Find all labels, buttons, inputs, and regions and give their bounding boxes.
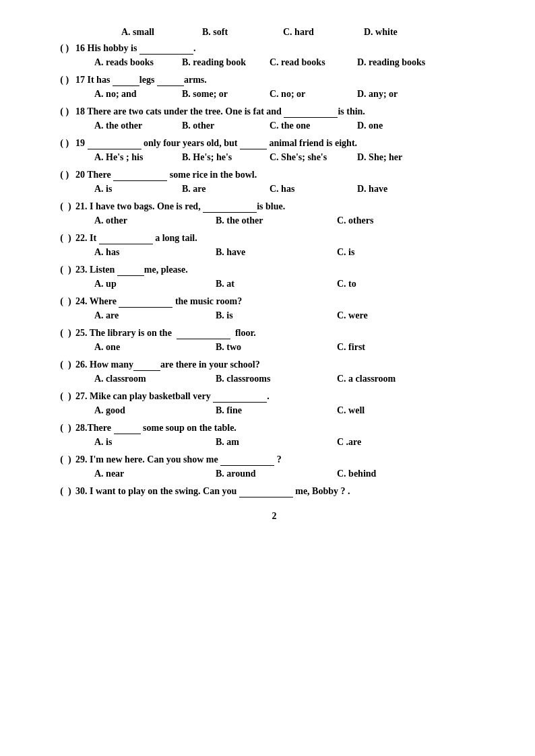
paren-close-20: ) xyxy=(63,170,75,180)
q19-options: A. He's ; his B. He's; he's C. She's; sh… xyxy=(54,152,495,163)
q19-text: 19 only four years old, but animal frien… xyxy=(75,138,495,149)
q28-opt-c: C .are xyxy=(337,437,458,448)
q26-opt-b: B. classrooms xyxy=(216,374,337,384)
question-21: ( ) 21. I have two bags. One is red, is … xyxy=(54,201,495,226)
q18-blank xyxy=(284,106,338,118)
q24-opt-c: C. were xyxy=(337,310,458,321)
question-19: ( ) 19 only four years old, but animal f… xyxy=(54,138,495,163)
q21-opt-a: A. other xyxy=(94,215,216,226)
paren-close-16: ) xyxy=(63,43,75,54)
q19-opt-d: D. She; her xyxy=(357,152,445,163)
q23-blank xyxy=(117,265,144,276)
q21-options: A. other B. the other C. others xyxy=(54,215,495,226)
q23-text: 23. Listen me, please. xyxy=(75,265,495,276)
q23-opt-c: C. to xyxy=(337,279,458,289)
q24-text: 24. Where the music room? xyxy=(75,296,495,308)
paren-close-27: ) xyxy=(63,391,75,402)
q25-blank xyxy=(177,328,230,339)
q20-opt-d: D. have xyxy=(357,184,445,195)
option-d-white: D. white xyxy=(364,27,424,38)
q21-opt-b: B. the other xyxy=(216,215,337,226)
q21-opt-c: C. others xyxy=(337,215,458,226)
q29-opt-a: A. near xyxy=(94,469,216,479)
q22-blank xyxy=(99,233,153,244)
q24-opt-b: B. is xyxy=(216,310,337,321)
q21-text: 21. I have two bags. One is red, is blue… xyxy=(75,201,495,213)
top-options-row: A. small B. soft C. hard D. white xyxy=(54,27,495,38)
question-27: ( ) 27. Mike can play basketball very . … xyxy=(54,391,495,416)
q29-blank xyxy=(220,454,274,466)
q16-opt-b: B. reading book xyxy=(182,57,270,68)
q23-opt-a: A. up xyxy=(94,279,216,289)
question-23: ( ) 23. Listen me, please. A. up B. at C… xyxy=(54,265,495,289)
paren-close-24: ) xyxy=(63,296,75,307)
paren-open-23: ( xyxy=(54,265,63,275)
q29-opt-c: C. behind xyxy=(337,469,458,479)
paren-open-16: ( xyxy=(54,43,63,54)
q25-opt-b: B. two xyxy=(216,342,337,353)
q18-opt-c: C. the one xyxy=(270,121,357,131)
q20-opt-c: C. has xyxy=(270,184,357,195)
q28-opt-a: A. is xyxy=(94,437,216,448)
q19-blank1 xyxy=(88,138,141,149)
q25-opt-a: A. one xyxy=(94,342,216,353)
paren-close-25: ) xyxy=(63,328,75,339)
paren-open-18: ( xyxy=(54,106,63,117)
q17-options: A. no; and B. some; or C. no; or D. any;… xyxy=(54,89,495,100)
q28-opt-b: B. am xyxy=(216,437,337,448)
q25-options: A. one B. two C. first xyxy=(54,342,495,353)
q27-opt-a: A. good xyxy=(94,405,216,416)
question-25: ( ) 25. The library is on the floor. A. … xyxy=(54,328,495,353)
q26-options: A. classroom B. classrooms C. a classroo… xyxy=(54,374,495,384)
q23-opt-b: B. at xyxy=(216,279,337,289)
q27-opt-b: B. fine xyxy=(216,405,337,416)
q27-options: A. good B. fine C. well xyxy=(54,405,495,416)
q24-opt-a: A. are xyxy=(94,310,216,321)
paren-open-22: ( xyxy=(54,233,63,244)
q27-blank xyxy=(213,391,267,403)
q18-opt-d: D. one xyxy=(357,121,445,131)
paren-open-25: ( xyxy=(54,328,63,339)
q30-text: 30. I want to play on the swing. Can you… xyxy=(75,486,495,497)
q20-opt-a: A. is xyxy=(94,184,182,195)
q19-opt-a: A. He's ; his xyxy=(94,152,182,163)
q18-opt-b: B. other xyxy=(182,121,270,131)
page-number: 2 xyxy=(54,511,495,522)
q26-opt-a: A. classroom xyxy=(94,374,216,384)
q17-opt-d: D. any; or xyxy=(357,89,445,100)
paren-close-23: ) xyxy=(63,265,75,275)
question-28: ( ) 28.There some soup on the table. A. … xyxy=(54,423,495,448)
q26-text: 26. How many are there in your school? xyxy=(75,359,495,371)
q30-blank xyxy=(239,486,293,497)
q24-blank xyxy=(119,296,172,308)
option-b-soft: B. soft xyxy=(202,27,263,38)
q19-blank2 xyxy=(240,138,267,149)
question-18: ( ) 18 There are two cats under the tree… xyxy=(54,106,495,131)
paren-close-28: ) xyxy=(63,423,75,434)
q18-options: A. the other B. other C. the one D. one xyxy=(54,121,495,131)
q19-opt-c: C. She's; she's xyxy=(270,152,357,163)
q20-text: 20 There some rice in the bowl. xyxy=(75,170,495,181)
q24-options: A. are B. is C. were xyxy=(54,310,495,321)
q16-blank xyxy=(139,43,193,55)
q28-options: A. is B. am C .are xyxy=(54,437,495,448)
q20-blank xyxy=(113,170,167,181)
q22-text: 22. It a long tail. xyxy=(75,233,495,244)
q16-opt-c: C. read books xyxy=(270,57,357,68)
q29-options: A. near B. around C. behind xyxy=(54,469,495,479)
q25-text: 25. The library is on the floor. xyxy=(75,328,495,339)
paren-close-18: ) xyxy=(63,106,75,117)
paren-close-22: ) xyxy=(63,233,75,244)
paren-close-29: ) xyxy=(63,454,75,465)
option-c-hard: C. hard xyxy=(283,27,344,38)
q26-opt-c: C. a classroom xyxy=(337,374,458,384)
q17-blank1 xyxy=(113,75,139,86)
paren-open-21: ( xyxy=(54,201,63,212)
q29-opt-b: B. around xyxy=(216,469,337,479)
q17-opt-a: A. no; and xyxy=(94,89,182,100)
question-26: ( ) 26. How many are there in your schoo… xyxy=(54,359,495,384)
paren-open-27: ( xyxy=(54,391,63,402)
q23-options: A. up B. at C. to xyxy=(54,279,495,289)
option-a-small: A. small xyxy=(121,27,182,38)
q16-opt-d: D. reading books xyxy=(357,57,445,68)
